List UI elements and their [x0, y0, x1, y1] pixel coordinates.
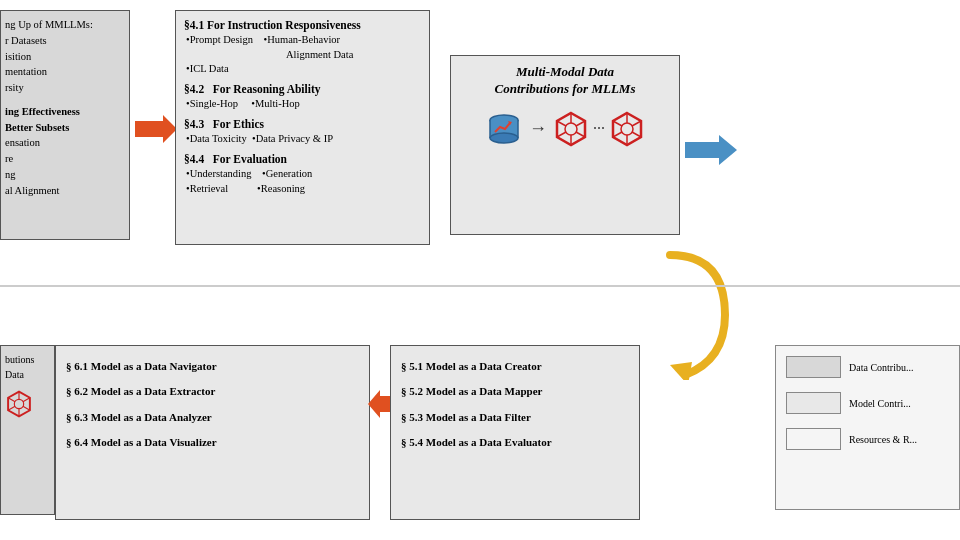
box-bottom-center-left: § 6.1 Model as a Data Navigator § 6.2 Mo…: [55, 345, 370, 520]
svg-marker-23: [685, 135, 737, 165]
legend-label-2: Model Contri...: [849, 398, 911, 409]
database-icon: [485, 110, 523, 148]
ellipsis-icon: ···: [593, 118, 605, 140]
box-center-top: §4.1 For Instruction Responsiveness •Pro…: [175, 10, 430, 245]
section-4-3-items: •Data Toxicity •Data Privacy & IP: [186, 132, 421, 147]
svg-line-30: [8, 406, 15, 410]
box-bottom-left-partial: butions Data: [0, 345, 55, 515]
item-5-2: § 5.2 Model as a Data Mapper: [401, 379, 629, 404]
svg-line-29: [23, 398, 30, 402]
box-left-top: ng Up of MMLLMs: r Datasets isition ment…: [0, 10, 130, 240]
bottom-center-right-items: § 5.1 Model as a Data Creator § 5.2 Mode…: [401, 354, 629, 455]
svg-point-3: [490, 133, 518, 143]
left-top-text: ng Up of MMLLMs: r Datasets isition ment…: [5, 17, 123, 198]
svg-point-8: [565, 123, 577, 135]
svg-line-20: [613, 132, 622, 137]
orange-arrow-top: [135, 115, 175, 143]
legend-label-1: Data Contribu...: [849, 362, 913, 373]
svg-line-22: [613, 121, 622, 126]
svg-marker-0: [135, 115, 177, 143]
item-5-4: § 5.4 Model as a Data Evaluator: [401, 430, 629, 455]
divider-line: [0, 285, 960, 287]
icon-row: → ···: [461, 110, 669, 148]
section-4-4-items: •Understanding •Generation •Retrieval •R…: [186, 167, 421, 196]
item-6-4: § 6.4 Model as a Data Visualizer: [66, 430, 359, 455]
bottom-left-partial-text: butions Data: [5, 352, 50, 422]
svg-line-21: [632, 132, 641, 137]
legend-item-3: Resources & R...: [786, 428, 949, 450]
legend-label-3: Resources & R...: [849, 434, 917, 445]
hex-icon-2: [609, 111, 645, 147]
section-4-3-title: §4.3 For Ethics: [184, 116, 421, 132]
item-5-1: § 5.1 Model as a Data Creator: [401, 354, 629, 379]
orange-arrow-bottom: [368, 390, 390, 418]
section-4-2-title: §4.2 For Reasoning Ability: [184, 81, 421, 97]
svg-line-14: [557, 121, 566, 126]
legend-color-resources: [786, 428, 841, 450]
svg-point-26: [14, 399, 23, 408]
svg-marker-24: [670, 362, 692, 380]
item-6-1: § 6.1 Model as a Data Navigator: [66, 354, 359, 379]
legend-item-2: Model Contri...: [786, 392, 949, 414]
legend-color-model: [786, 392, 841, 414]
item-5-3: § 5.3 Model as a Data Filter: [401, 405, 629, 430]
box-right-top: Multi-Modal DataContributions for MLLMs …: [450, 55, 680, 235]
svg-line-32: [8, 398, 15, 402]
item-6-3: § 6.3 Model as a Data Analyzer: [66, 405, 359, 430]
svg-line-31: [23, 406, 30, 410]
section-4-2-items: •Single-Hop •Multi-Hop: [186, 97, 421, 112]
diagram-container: ng Up of MMLLMs: r Datasets isition ment…: [0, 0, 960, 540]
right-top-title: Multi-Modal DataContributions for MLLMs: [461, 64, 669, 98]
bottom-hex-icon: [5, 390, 33, 418]
svg-line-11: [576, 121, 585, 126]
right-arrow-icon: →: [529, 116, 547, 141]
svg-line-13: [576, 132, 585, 137]
svg-line-12: [557, 132, 566, 137]
legend-item-1: Data Contribu...: [786, 356, 949, 378]
legend-box: Data Contribu... Model Contri... Resourc…: [775, 345, 960, 510]
item-6-2: § 6.2 Model as a Data Extractor: [66, 379, 359, 404]
blue-arrow-right: [685, 135, 735, 165]
section-4-1-items: •Prompt Design •Human-Behavior Alignment…: [186, 33, 421, 77]
bottom-center-left-items: § 6.1 Model as a Data Navigator § 6.2 Mo…: [66, 354, 359, 455]
section-4-4-title: §4.4 For Evaluation: [184, 151, 421, 167]
svg-line-19: [632, 121, 641, 126]
hex-icon-1: [553, 111, 589, 147]
svg-point-16: [621, 123, 633, 135]
section-4-1-title: §4.1 For Instruction Responsiveness: [184, 17, 421, 33]
legend-color-data: [786, 356, 841, 378]
yellow-curved-arrow: [650, 250, 730, 370]
box-bottom-center-right: § 5.1 Model as a Data Creator § 5.2 Mode…: [390, 345, 640, 520]
